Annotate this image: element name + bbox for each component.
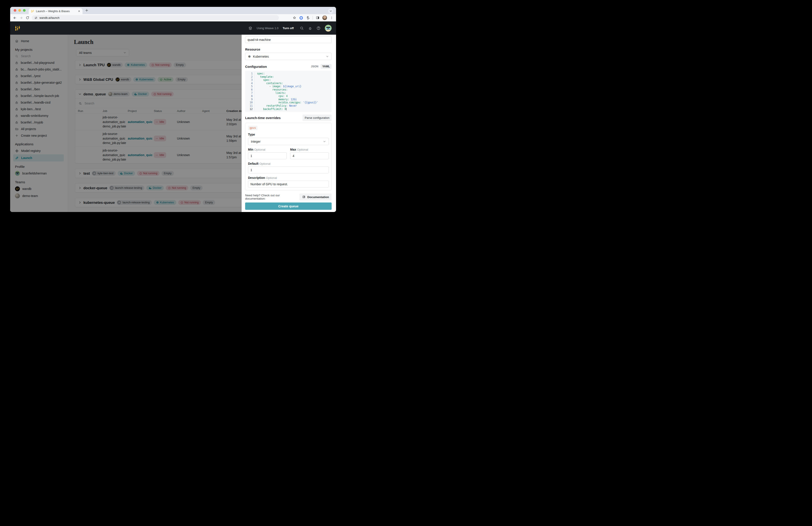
weave-turn-off-button[interactable]: Turn off [282, 27, 294, 30]
line-number: 12 [245, 108, 255, 111]
format-yaml-toggle[interactable]: YAML [321, 64, 332, 69]
configuration-code-editor[interactable]: 1spec:2 template:3 spec:4 containers:5 -… [245, 71, 332, 112]
line-number: 2 [245, 75, 255, 79]
code-token: '{{gpus}}' [303, 101, 318, 104]
help-icon[interactable] [316, 26, 321, 30]
close-window-button[interactable] [14, 9, 16, 12]
code-line: 10 nvidia.com/gpu: '{{gpus}}' [245, 101, 332, 104]
code-line: 5 - image: ${image_uri} [245, 85, 332, 88]
search-icon[interactable] [300, 26, 304, 30]
code-token: 0 [285, 108, 286, 111]
help-text: Need help? Check out our documentation: [245, 194, 300, 200]
resource-select[interactable]: ☸ Kubernetes [245, 53, 332, 60]
max-input[interactable] [290, 152, 329, 159]
code-token: image: [272, 85, 281, 88]
code-token [285, 95, 286, 98]
code-token [281, 85, 283, 88]
back-button[interactable] [13, 16, 17, 20]
description-input[interactable] [248, 181, 329, 187]
code-token: Never [289, 104, 297, 107]
code-token: limits: [275, 91, 286, 95]
code-token: spec: [257, 72, 265, 75]
chevron-down-icon [326, 55, 329, 58]
code-line: 2 template: [245, 75, 332, 79]
param-name-chip: gpus [248, 126, 258, 130]
code-token: nvidia.com/gpu: [278, 101, 301, 104]
code-token [257, 79, 263, 82]
type-label: Type [248, 133, 329, 136]
code-text: resources: [257, 88, 288, 91]
browser-profile-avatar[interactable] [322, 15, 327, 20]
code-token [257, 104, 266, 107]
browser-menu-icon[interactable] [330, 16, 333, 20]
code-token: containers: [266, 82, 283, 85]
max-label: MaxOptional [290, 148, 329, 151]
code-line: 11 restartPolicy: Never [245, 104, 332, 108]
toolbar-divider [313, 16, 313, 20]
code-token [257, 75, 260, 79]
code-token: resources: [272, 88, 288, 91]
tab-close-icon[interactable] [78, 10, 80, 12]
code-token: template: [260, 75, 274, 79]
forward-button[interactable] [19, 16, 23, 20]
min-input[interactable] [248, 152, 287, 159]
code-text: restartPolicy: Never [257, 104, 297, 108]
code-token [301, 101, 303, 104]
code-text: nvidia.com/gpu: '{{gpus}}' [257, 101, 318, 104]
overrides-heading: Launch-time overrides [245, 116, 281, 120]
code-text: limits: [257, 91, 286, 95]
code-token: ${image_uri} [283, 85, 301, 88]
user-avatar[interactable] [325, 25, 332, 32]
code-token: 4 [286, 95, 288, 98]
text-cursor [286, 108, 287, 110]
code-token [257, 91, 275, 95]
zoom-window-button[interactable] [23, 9, 26, 12]
create-queue-button[interactable]: Create queue [245, 202, 332, 210]
wandb-logo[interactable] [15, 25, 20, 31]
code-token: spec: [263, 79, 271, 82]
book-icon [302, 195, 306, 199]
line-number: 3 [245, 79, 255, 82]
tab-title: Launch – Weights & Biases [36, 10, 76, 13]
extensions-puzzle-icon[interactable] [306, 16, 310, 20]
notifications-bell-icon[interactable] [308, 26, 312, 30]
code-token: backoffLimit: [263, 108, 283, 111]
desktop-background: Launch – Weights & Biases wandb.ai/launc… [0, 0, 346, 224]
minimize-window-button[interactable] [18, 9, 21, 12]
site-settings-icon[interactable] [34, 16, 38, 19]
code-line: 3 spec: [245, 79, 332, 82]
documentation-button[interactable]: Documentation [300, 194, 332, 200]
code-text: spec: [257, 72, 265, 75]
chevron-down-icon [323, 140, 326, 143]
queue-name-input[interactable] [245, 37, 332, 43]
bookmark-star-icon[interactable] [293, 16, 296, 20]
default-input[interactable] [248, 167, 329, 173]
browser-tab[interactable]: Launch – Weights & Biases [29, 8, 83, 14]
line-number: 10 [245, 101, 255, 104]
password-manager-icon[interactable] [299, 16, 303, 20]
address-bar[interactable]: wandb.ai/launch [32, 15, 279, 20]
description-label: DescriptionOptional [248, 176, 329, 180]
format-json-toggle[interactable]: JSON [310, 64, 319, 69]
code-text: cpu: 4 [257, 95, 288, 98]
side-panel-icon[interactable] [316, 16, 319, 20]
code-token [257, 98, 278, 101]
tab-search-button[interactable] [328, 9, 333, 14]
line-number: 7 [245, 91, 255, 95]
weave-status-text: Using Weave 1.0 [257, 27, 278, 30]
reload-button[interactable] [26, 16, 29, 20]
code-text: template: [257, 75, 274, 79]
parse-configuration-button[interactable]: Parse configuration [303, 115, 332, 121]
line-number: 9 [245, 98, 255, 101]
type-select[interactable]: Integer [248, 138, 329, 145]
code-token: restartPolicy: [266, 104, 288, 107]
line-number: 8 [245, 95, 255, 98]
url-text: wandb.ai/launch [40, 16, 59, 19]
code-token [257, 108, 263, 111]
configuration-label: Configuration [245, 65, 267, 69]
traffic-lights [14, 9, 26, 12]
resource-label: Resource [245, 47, 332, 51]
new-tab-button[interactable] [85, 9, 89, 12]
toolbar-actions [293, 15, 333, 20]
code-line: 8 cpu: 4 [245, 95, 332, 98]
